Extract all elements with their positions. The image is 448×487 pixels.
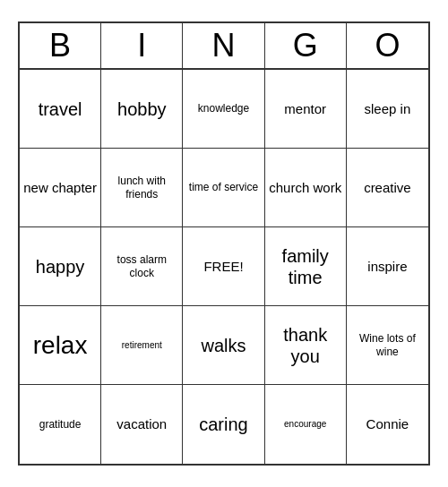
bingo-letter: O xyxy=(347,23,428,68)
bingo-cell: gratitude xyxy=(20,385,101,464)
cell-text: sleep in xyxy=(365,101,411,117)
bingo-cell: travel xyxy=(20,70,101,149)
cell-text: toss alarm clock xyxy=(105,253,178,279)
bingo-letter: B xyxy=(20,23,101,68)
bingo-card: BINGO travelhobbyknowledgementorsleep in… xyxy=(18,21,430,466)
bingo-cell: time of service xyxy=(183,149,264,227)
cell-text: happy xyxy=(36,256,85,278)
cell-text: hobby xyxy=(117,98,167,120)
bingo-cell: retirement xyxy=(101,306,183,385)
cell-text: gratitude xyxy=(39,418,82,431)
cell-text: church work xyxy=(269,180,341,196)
cell-text: encourage xyxy=(284,419,326,430)
bingo-cell: toss alarm clock xyxy=(101,227,183,306)
cell-text: caring xyxy=(199,414,247,435)
bingo-cell: lunch with friends xyxy=(101,149,183,227)
cell-text: mentor xyxy=(284,101,326,117)
bingo-cell: encourage xyxy=(265,385,347,464)
bingo-cell: relax xyxy=(20,306,101,385)
bingo-cell: sleep in xyxy=(347,70,428,149)
bingo-letter: N xyxy=(183,23,264,68)
bingo-cell: happy xyxy=(20,227,101,306)
bingo-cell: inspire xyxy=(347,227,428,306)
cell-text: inspire xyxy=(367,259,407,275)
bingo-cell: new chapter xyxy=(20,149,101,227)
cell-text: Wine lots of wine xyxy=(350,332,425,358)
bingo-cell: hobby xyxy=(101,70,183,149)
bingo-cell: Connie xyxy=(347,385,428,464)
cell-text: creative xyxy=(364,180,411,196)
bingo-cell: FREE! xyxy=(183,227,264,306)
bingo-letter: G xyxy=(265,23,347,68)
cell-text: thank you xyxy=(269,324,342,367)
bingo-header: BINGO xyxy=(20,23,428,70)
cell-text: FREE! xyxy=(203,259,243,275)
cell-text: relax xyxy=(33,330,88,361)
cell-text: lunch with friends xyxy=(105,175,178,201)
bingo-cell: knowledge xyxy=(183,70,264,149)
bingo-letter: I xyxy=(101,23,183,68)
bingo-grid: travelhobbyknowledgementorsleep innew ch… xyxy=(20,70,428,464)
cell-text: Connie xyxy=(366,416,409,432)
cell-text: time of service xyxy=(189,181,258,193)
cell-text: retirement xyxy=(122,340,162,351)
cell-text: travel xyxy=(39,98,82,120)
bingo-cell: church work xyxy=(265,149,347,227)
bingo-cell: Wine lots of wine xyxy=(347,306,428,385)
bingo-cell: thank you xyxy=(265,306,347,385)
bingo-cell: family time xyxy=(265,227,347,306)
cell-text: knowledge xyxy=(198,102,249,115)
cell-text: family time xyxy=(269,245,342,288)
bingo-cell: creative xyxy=(347,149,428,227)
cell-text: new chapter xyxy=(23,180,97,196)
cell-text: vacation xyxy=(116,416,167,432)
bingo-cell: walks xyxy=(183,306,264,385)
bingo-cell: mentor xyxy=(265,70,347,149)
cell-text: walks xyxy=(201,335,246,356)
bingo-cell: caring xyxy=(183,385,264,464)
bingo-cell: vacation xyxy=(101,385,183,464)
